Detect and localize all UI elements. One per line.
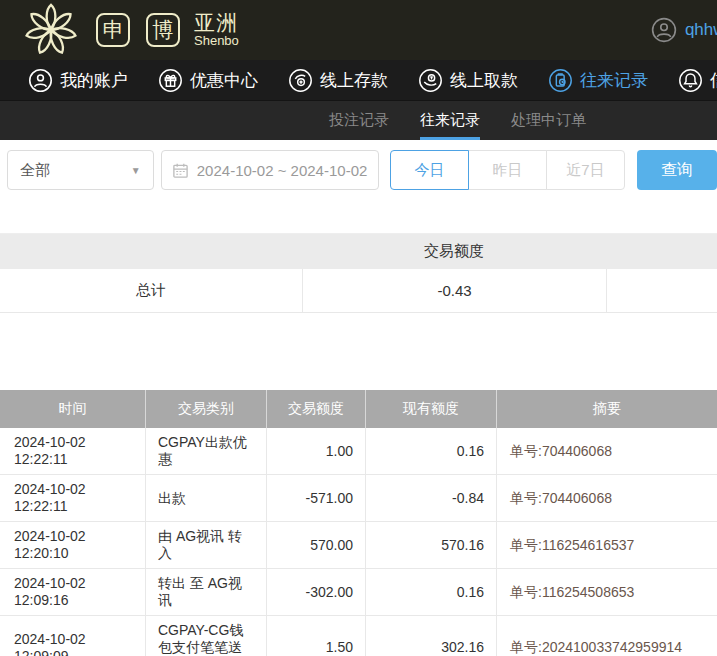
tab-transaction-records[interactable]: 往来记录 bbox=[420, 101, 480, 140]
summary-table: 交易额度 总计 -0.43 bbox=[0, 233, 717, 313]
summary-total-value: -0.43 bbox=[302, 269, 606, 312]
yesterday-button[interactable]: 昨日 bbox=[468, 150, 547, 190]
record-tabbar: 投注记录 往来记录 处理中订单 bbox=[0, 100, 717, 140]
cell-type: CGPAY-CG钱包支付笔笔送优惠 bbox=[146, 616, 267, 656]
transactions-table-header: 时间 交易类别 交易额度 现有额度 摘要 bbox=[0, 390, 717, 428]
nav-item-messages[interactable]: 信息 bbox=[678, 68, 717, 93]
table-row: 2024-10-02 12:22:11 出款 -571.00 -0.84 单号:… bbox=[0, 475, 717, 522]
cell-amount: 1.00 bbox=[267, 428, 366, 474]
gift-icon bbox=[158, 68, 183, 93]
table-row: 2024-10-02 12:09:09 CGPAY-CG钱包支付笔笔送优惠 1.… bbox=[0, 616, 717, 656]
cell-time: 2024-10-02 12:09:16 bbox=[0, 569, 146, 615]
cell-type: 由 AG视讯 转入 bbox=[146, 522, 267, 568]
filter-row: 全部 ▼ 2024-10-02 ~ 2024-10-02 今日 昨日 近7日 查… bbox=[0, 150, 717, 190]
cell-type: 转出 至 AG视讯 bbox=[146, 569, 267, 615]
cell-summary: 单号:116254508653 bbox=[497, 569, 717, 615]
summary-header-label: 交易额度 bbox=[302, 242, 606, 261]
cell-balance: 570.16 bbox=[366, 522, 497, 568]
deposit-icon bbox=[288, 68, 313, 93]
cell-time: 2024-10-02 12:09:09 bbox=[0, 616, 146, 656]
column-header-time: 时间 bbox=[0, 390, 146, 428]
cell-balance: 0.16 bbox=[366, 569, 497, 615]
user-icon bbox=[28, 68, 53, 93]
bell-icon bbox=[678, 68, 703, 93]
date-range-input[interactable]: 2024-10-02 ~ 2024-10-02 bbox=[161, 150, 379, 190]
nav-item-online-deposit[interactable]: 线上存款 bbox=[288, 68, 388, 93]
logo-char-shen: 申 bbox=[96, 13, 130, 47]
cell-summary: 单号:704406068 bbox=[497, 428, 717, 474]
cell-balance: 302.16 bbox=[366, 616, 497, 656]
brand-text: 亚洲 Shenbo bbox=[194, 12, 239, 48]
table-row: 2024-10-02 12:22:11 CGPAY出款优惠 1.00 0.16 … bbox=[0, 428, 717, 475]
cell-time: 2024-10-02 12:20:10 bbox=[0, 522, 146, 568]
cell-amount: -302.00 bbox=[267, 569, 366, 615]
column-header-amount: 交易额度 bbox=[267, 390, 366, 428]
logo-char-bo: 博 bbox=[146, 13, 180, 47]
today-button[interactable]: 今日 bbox=[390, 150, 469, 190]
cell-amount: 1.50 bbox=[267, 616, 366, 656]
transactions-table: 时间 交易类别 交易额度 现有额度 摘要 2024-10-02 12:22:11… bbox=[0, 390, 717, 656]
column-header-summary: 摘要 bbox=[497, 390, 717, 428]
date-range-value: 2024-10-02 ~ 2024-10-02 bbox=[197, 162, 368, 179]
table-row: 2024-10-02 12:09:16 转出 至 AG视讯 -302.00 0.… bbox=[0, 569, 717, 616]
table-row: 2024-10-02 12:20:10 由 AG视讯 转入 570.00 570… bbox=[0, 522, 717, 569]
type-select-value: 全部 bbox=[20, 161, 50, 180]
main-navbar: 我的账户 优惠中心 线上存款 bbox=[0, 60, 717, 100]
nav-item-promotions[interactable]: 优惠中心 bbox=[158, 68, 258, 93]
quick-date-group: 今日 昨日 近7日 bbox=[390, 150, 625, 190]
user-account-area[interactable]: qhhw2 bbox=[651, 17, 717, 43]
type-select[interactable]: 全部 ▼ bbox=[7, 150, 154, 190]
column-header-balance: 现有额度 bbox=[366, 390, 497, 428]
cell-amount: -571.00 bbox=[267, 475, 366, 521]
user-avatar-icon bbox=[651, 17, 677, 43]
cell-time: 2024-10-02 12:22:11 bbox=[0, 428, 146, 474]
flower-logo-icon bbox=[22, 1, 80, 59]
cell-balance: -0.84 bbox=[366, 475, 497, 521]
cell-summary: 单号:116254616537 bbox=[497, 522, 717, 568]
nav-item-my-account[interactable]: 我的账户 bbox=[28, 68, 128, 93]
cell-type: 出款 bbox=[146, 475, 267, 521]
records-icon bbox=[548, 68, 573, 93]
transaction-records-page: 申 博 亚洲 Shenbo qhhw2 bbox=[0, 0, 717, 656]
search-button[interactable]: 查询 bbox=[637, 150, 717, 190]
nav-item-transaction-records[interactable]: 往来记录 bbox=[548, 68, 648, 93]
column-header-type: 交易类别 bbox=[146, 390, 267, 428]
cell-amount: 570.00 bbox=[267, 522, 366, 568]
brand-logo[interactable]: 申 博 亚洲 Shenbo bbox=[22, 1, 239, 59]
withdraw-icon bbox=[418, 68, 443, 93]
calendar-icon bbox=[172, 162, 189, 179]
tab-pending-orders[interactable]: 处理中订单 bbox=[511, 101, 586, 140]
cell-time: 2024-10-02 12:22:11 bbox=[0, 475, 146, 521]
cell-balance: 0.16 bbox=[366, 428, 497, 474]
cell-summary: 单号:202410033742959914 bbox=[497, 616, 717, 656]
brand-subtitle-label: Shenbo bbox=[194, 34, 239, 48]
chevron-down-icon: ▼ bbox=[131, 165, 141, 176]
summary-total-row: 总计 -0.43 bbox=[0, 269, 717, 313]
username-label[interactable]: qhhw2 bbox=[685, 20, 717, 40]
tab-bet-records[interactable]: 投注记录 bbox=[329, 101, 389, 140]
top-brand-bar: 申 博 亚洲 Shenbo qhhw2 bbox=[0, 0, 717, 60]
summary-table-header: 交易额度 bbox=[0, 234, 717, 269]
cell-summary: 单号:704406068 bbox=[497, 475, 717, 521]
nav-item-online-withdraw[interactable]: 线上取款 bbox=[418, 68, 518, 93]
summary-total-label: 总计 bbox=[0, 269, 302, 312]
cell-type: CGPAY出款优惠 bbox=[146, 428, 267, 474]
brand-region-label: 亚洲 bbox=[194, 12, 239, 34]
last7days-button[interactable]: 近7日 bbox=[546, 150, 625, 190]
